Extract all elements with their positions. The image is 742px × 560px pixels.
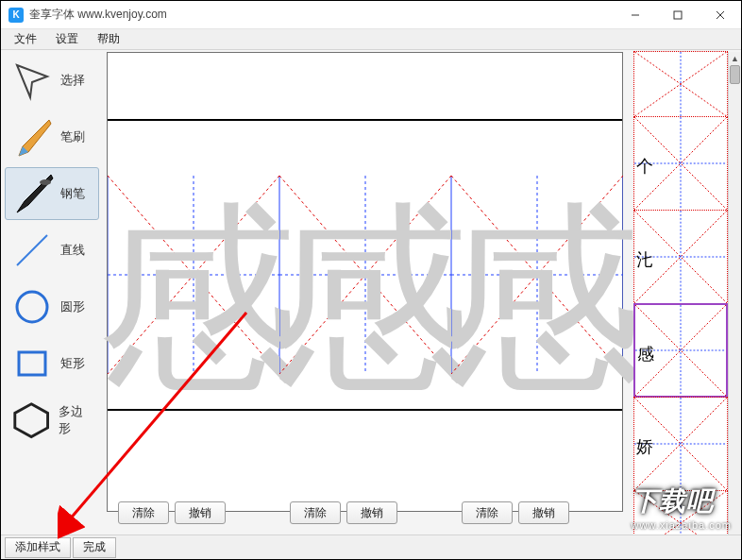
menu-file[interactable]: 文件 <box>5 29 46 49</box>
undo-button-2[interactable]: 撤销 <box>346 501 397 524</box>
tool-pen[interactable]: 钢笔 <box>5 167 99 220</box>
svg-point-4 <box>40 179 51 185</box>
tool-polygon[interactable]: 多边形 <box>5 394 99 447</box>
finish-button[interactable]: 完成 <box>73 537 116 558</box>
window-controls <box>614 1 741 29</box>
svg-line-28 <box>634 52 726 116</box>
svg-marker-8 <box>15 404 48 437</box>
scroll-thumb[interactable] <box>730 65 740 84</box>
thumbnail-char: 㲺 <box>636 248 653 271</box>
vertical-scrollbar[interactable]: ▲ ▼ <box>728 52 741 535</box>
thumbnail-list: 个 㲺 感 娇 <box>633 52 728 535</box>
watermark-main: 下载吧 <box>632 486 714 516</box>
tool-rect-label: 矩形 <box>60 355 85 372</box>
watermark-sub: www.xiazaiba.com <box>632 519 732 531</box>
bottom-bar: 添加样式 完成 <box>1 535 741 559</box>
brush-icon <box>9 114 55 160</box>
minimize-button[interactable] <box>614 1 656 29</box>
menu-settings[interactable]: 设置 <box>46 29 88 49</box>
tool-brush[interactable]: 笔刷 <box>5 110 99 163</box>
thumbnail-char: 个 <box>636 155 653 178</box>
app-icon: K <box>8 8 24 23</box>
tool-select-label: 选择 <box>60 72 85 89</box>
clear-button-1[interactable]: 清除 <box>118 501 169 524</box>
svg-line-5 <box>17 235 47 265</box>
tool-line-label: 直线 <box>60 242 85 259</box>
watermark: 下载吧 www.xiazaiba.com <box>632 484 732 531</box>
tool-palette: 选择 笔刷 钢笔 直线 圆形 <box>1 50 103 535</box>
tool-circle-label: 圆形 <box>60 298 85 315</box>
tool-select[interactable]: 选择 <box>5 54 99 107</box>
drawing-grid[interactable]: 感 感 <box>107 52 623 512</box>
thumbnail-item[interactable]: 个 <box>633 116 728 211</box>
thumbnail-item[interactable]: 㲺 <box>633 210 728 304</box>
tool-rect[interactable]: 矩形 <box>5 337 99 390</box>
menu-help[interactable]: 帮助 <box>88 29 129 49</box>
clear-button-3[interactable]: 清除 <box>462 501 513 524</box>
tool-polygon-label: 多边形 <box>59 403 94 437</box>
tool-line[interactable]: 直线 <box>5 224 99 277</box>
maximize-button[interactable] <box>656 1 699 29</box>
undo-button-3[interactable]: 撤销 <box>518 501 569 524</box>
thumbnail-item[interactable]: 娇 <box>633 397 728 491</box>
tool-pen-label: 钢笔 <box>60 185 85 202</box>
svg-point-6 <box>17 292 47 322</box>
menubar: 文件 设置 帮助 <box>1 29 741 50</box>
pen-icon <box>9 171 55 216</box>
clear-button-2[interactable]: 清除 <box>290 501 341 524</box>
rect-icon <box>9 341 55 386</box>
scroll-track[interactable] <box>729 65 741 535</box>
close-button[interactable] <box>699 1 741 29</box>
scroll-up-icon[interactable]: ▲ <box>729 52 741 65</box>
undo-button-1[interactable]: 撤销 <box>175 501 226 524</box>
canvas-area: 感 感 <box>103 50 741 535</box>
circle-icon <box>9 284 55 330</box>
polygon-icon <box>9 398 53 443</box>
add-style-button[interactable]: 添加样式 <box>5 537 71 558</box>
svg-rect-1 <box>674 11 682 19</box>
arrow-cursor-icon <box>9 58 55 103</box>
thumbnail-item-selected[interactable]: 感 <box>633 303 728 398</box>
thumbnail-char: 感 <box>637 343 654 365</box>
thumbnail-item[interactable] <box>633 51 728 117</box>
titlebar: K 奎享字体 www.kvenjoy.com <box>1 1 741 29</box>
thumbnail-char: 娇 <box>636 435 653 458</box>
tool-circle[interactable]: 圆形 <box>5 280 99 333</box>
canvas-button-row: 清除 撤销 清除 撤销 清除 撤销 <box>107 491 623 535</box>
workspace: 选择 笔刷 钢笔 直线 圆形 <box>1 50 741 535</box>
svg-rect-7 <box>19 352 45 375</box>
line-icon <box>9 228 55 273</box>
window-title: 奎享字体 www.kvenjoy.com <box>29 7 167 23</box>
tool-brush-label: 笔刷 <box>60 128 85 145</box>
